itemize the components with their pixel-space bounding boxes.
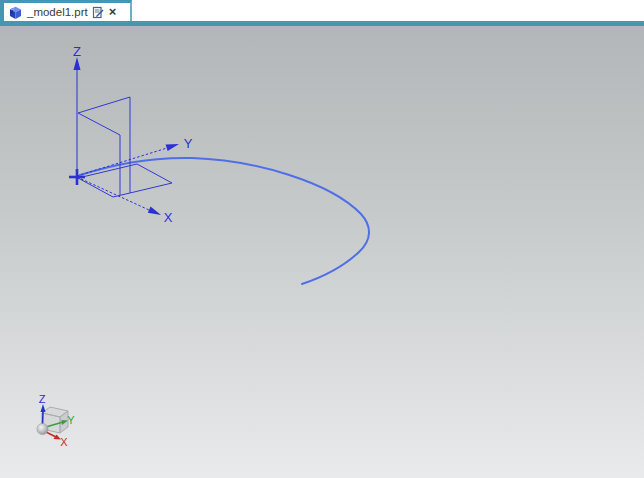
origin-cross[interactable] [69, 169, 85, 185]
geometry-canvas: Z Y X [0, 26, 644, 478]
graphics-window[interactable]: Z Y X [0, 26, 644, 478]
triad-label-x: X [60, 436, 68, 448]
tab-bar: _model1.prt × [0, 0, 644, 26]
axis-label-y: Y [184, 136, 193, 151]
helix-curve[interactable] [80, 158, 369, 284]
axis-x[interactable]: X [77, 177, 173, 225]
close-icon[interactable]: × [108, 5, 118, 18]
axis-label-x: X [164, 210, 173, 225]
tab-model1-prt[interactable]: _model1.prt × [0, 0, 132, 21]
tab-label: _model1.prt [27, 6, 88, 19]
triad-label-y: Y [67, 414, 75, 426]
axis-arrowhead-y [166, 144, 179, 151]
view-triad[interactable]: Y Z X [37, 393, 75, 448]
axis-z[interactable]: Z [73, 44, 81, 177]
part-icon [8, 4, 23, 20]
triad-label-z: Z [39, 393, 46, 405]
view-triad-sphere [37, 423, 48, 434]
axis-label-z: Z [73, 44, 81, 59]
sketch-wireframe[interactable] [78, 97, 172, 197]
triad-axis-x: X [44, 431, 68, 448]
datum-csys[interactable]: Z Y X [69, 44, 193, 225]
axis-arrowhead-x [148, 206, 161, 215]
modified-indicator-icon [92, 6, 104, 19]
